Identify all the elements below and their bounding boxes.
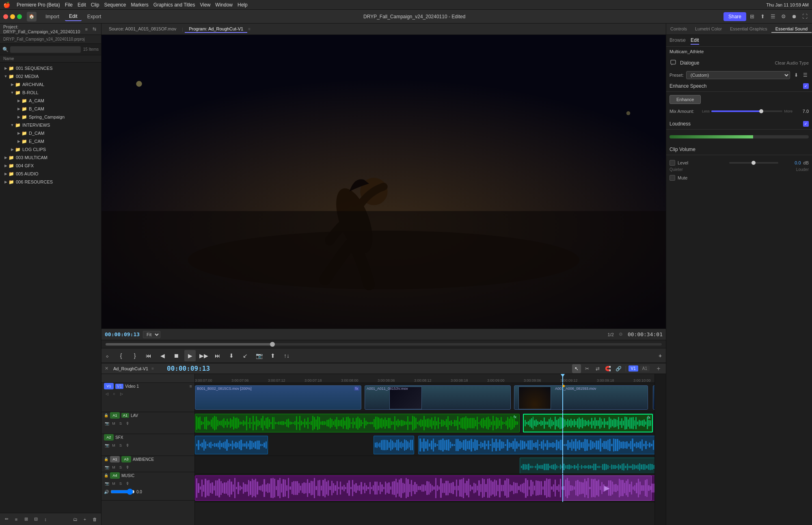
a4-mic-icon[interactable]: 🎙 bbox=[125, 481, 130, 486]
razor-tool[interactable]: ✂ bbox=[583, 364, 592, 373]
a4-s-btn[interactable]: S bbox=[118, 481, 123, 486]
fullscreen-button[interactable] bbox=[17, 14, 22, 19]
preset-select[interactable]: (Custom) bbox=[686, 71, 790, 79]
cv-mute-checkbox[interactable] bbox=[669, 175, 675, 181]
timeline-timecode[interactable]: 00:00:09:13 bbox=[167, 365, 210, 372]
menu-app[interactable]: Premiere Pro (Beta) bbox=[17, 2, 60, 8]
mix-amount-slider[interactable] bbox=[711, 110, 782, 112]
a3-cam-icon[interactable]: 📷 bbox=[104, 465, 110, 470]
a4-m-btn[interactable]: M bbox=[111, 481, 117, 486]
panel-menu-icon[interactable]: ≡ bbox=[84, 26, 89, 32]
a1-s-btn[interactable]: S bbox=[118, 421, 123, 426]
program-monitor-tab[interactable]: Program: Ad_RoughCut-V1 bbox=[185, 26, 247, 33]
playback-settings-icon[interactable]: ⚙ bbox=[619, 332, 623, 337]
list-view-icon[interactable]: ≡ bbox=[12, 515, 20, 523]
a4-volume-slider[interactable] bbox=[110, 488, 135, 495]
link-tool[interactable]: 🔗 bbox=[614, 364, 623, 373]
new-bin-icon[interactable]: 🗂 bbox=[71, 515, 79, 523]
a3-m-btn[interactable]: M bbox=[111, 465, 117, 470]
seq-menu-icon[interactable]: ≡ bbox=[151, 366, 154, 371]
fit-select[interactable]: Fit bbox=[143, 331, 160, 338]
delete-preset-icon[interactable]: ☰ bbox=[801, 71, 809, 79]
list-item[interactable]: ▶ 📁 D_CAM bbox=[0, 129, 101, 137]
scrub-thumb[interactable] bbox=[270, 342, 275, 347]
lift-button[interactable]: ⬆ bbox=[267, 350, 279, 361]
tab-eg[interactable]: Essential Graphics bbox=[726, 26, 771, 33]
list-item[interactable]: ▼ 📁 INTERVIEWS bbox=[0, 121, 101, 129]
enhance-speech-checkbox[interactable]: ✓ bbox=[803, 83, 809, 89]
tab-es[interactable]: Essential Sound bbox=[771, 26, 812, 33]
menu-help[interactable]: Help bbox=[238, 2, 248, 8]
list-item[interactable]: ▶ 📁 Spring_Campaign bbox=[0, 113, 101, 121]
a2-clip-2[interactable]: const barsB = []; for(let i=0;i<25;i++) … bbox=[374, 436, 414, 454]
list-item[interactable]: ▶ 📁 A_CAM bbox=[0, 97, 101, 105]
a4-cam-icon[interactable]: 📷 bbox=[104, 481, 110, 486]
sort-icon[interactable]: ↕ bbox=[41, 515, 50, 523]
list-item[interactable]: ▶ 📁 ARCHIVAL bbox=[0, 80, 101, 89]
menu-window[interactable]: Window bbox=[215, 2, 233, 8]
menu-graphics[interactable]: Graphics and Titles bbox=[153, 2, 195, 8]
list-item[interactable]: ▶ 📁 LOG CLIPS bbox=[0, 145, 101, 153]
source-monitor-tab[interactable]: Source: A001_A015_0815OF.mov bbox=[105, 26, 180, 33]
a4-lock-icon[interactable]: 🔒 bbox=[104, 473, 108, 477]
paint-icon[interactable]: ✏ bbox=[2, 515, 11, 523]
minimize-button[interactable] bbox=[10, 14, 15, 19]
panel-pin-icon[interactable]: ⇆ bbox=[91, 26, 98, 32]
go-to-out-button[interactable]: ⏭ bbox=[212, 350, 223, 361]
list-item[interactable]: ▶ 📁 E_CAM bbox=[0, 137, 101, 145]
track-type-video[interactable]: V1 bbox=[628, 365, 638, 372]
share-icon[interactable]: ⬆ bbox=[758, 13, 767, 21]
stop-button[interactable]: ⏹ bbox=[171, 350, 182, 361]
cv-level-checkbox[interactable] bbox=[669, 160, 675, 166]
clip-a006[interactable]: A001_A006_081593.mov bbox=[514, 385, 648, 410]
list-item[interactable]: ▶ 📁 B_CAM bbox=[0, 105, 101, 113]
expand-icon[interactable]: ⛶ bbox=[801, 13, 809, 21]
list-item[interactable]: ▶ 📁 005 AUDIO bbox=[0, 170, 101, 178]
a2-clip-1[interactable]: const barsA = []; for(let i=0;i<40;i++) … bbox=[195, 436, 268, 454]
clip-b001[interactable]: B001_B002_0815CS.mov [200%] fx bbox=[195, 385, 361, 410]
home-button[interactable]: 🏠 bbox=[27, 12, 37, 22]
record-icon[interactable]: ⏺ bbox=[790, 13, 798, 21]
a2-mic-icon[interactable]: 🎙 bbox=[125, 443, 130, 448]
cv-level-slider[interactable] bbox=[729, 162, 778, 164]
list-item[interactable]: ▼ 📁 B-ROLL bbox=[0, 89, 101, 97]
search-input[interactable] bbox=[10, 46, 81, 53]
ripple-tool[interactable]: ⇄ bbox=[593, 364, 602, 373]
apple-menu[interactable]: 🍎 bbox=[3, 2, 10, 8]
v1-sync-btn[interactable]: ▷ bbox=[119, 391, 124, 397]
v1-lock-btn[interactable]: ○ bbox=[111, 391, 117, 397]
edit-button[interactable]: Edit bbox=[65, 12, 82, 21]
clear-audio-type-button[interactable]: Clear Audio Type bbox=[775, 60, 809, 65]
selection-tool[interactable]: ↖ bbox=[572, 364, 581, 373]
es-browse-tab[interactable]: Browse bbox=[669, 37, 686, 45]
extract-button[interactable]: ↑↓ bbox=[281, 350, 292, 361]
list-item[interactable]: ▶ 📁 004 GFX bbox=[0, 162, 101, 170]
in-point-button[interactable]: { bbox=[115, 350, 127, 361]
lock-icon[interactable]: 🔒 bbox=[104, 413, 108, 417]
import-button[interactable]: Import bbox=[41, 13, 63, 21]
a2-cam-icon[interactable]: 📷 bbox=[104, 443, 110, 448]
a2-clip-3[interactable]: const barsC = []; for(let i=0;i<200;i++)… bbox=[418, 436, 654, 454]
list-item[interactable]: ▶ 📁 003 MULTICAM bbox=[0, 153, 101, 162]
a4-selected-region[interactable]: ▶ bbox=[562, 475, 652, 501]
a2-m-btn[interactable]: M bbox=[111, 443, 117, 448]
overwrite-button[interactable]: ⬇ bbox=[226, 350, 237, 361]
list-item[interactable]: ▼ 📁 002 MEDIA bbox=[0, 72, 101, 80]
track-type-audio[interactable]: A1 bbox=[640, 365, 650, 372]
out-point-button[interactable]: } bbox=[129, 350, 140, 361]
close-seq-icon[interactable]: ✕ bbox=[105, 366, 108, 371]
menu-sequence[interactable]: Sequence bbox=[104, 2, 126, 8]
menu-view[interactable]: View bbox=[200, 2, 211, 8]
v1-menu-icon[interactable]: ≡ bbox=[190, 384, 192, 389]
layout-icon[interactable]: ⊞ bbox=[748, 13, 756, 21]
close-button[interactable] bbox=[3, 14, 8, 19]
insert-button[interactable]: ↙ bbox=[240, 350, 251, 361]
save-preset-icon[interactable]: ⬇ bbox=[793, 71, 800, 79]
step-back-button[interactable]: ◀ bbox=[157, 350, 168, 361]
a1-clip-1[interactable]: // Generate waveform bars dynamically co… bbox=[195, 414, 520, 432]
loudness-checkbox[interactable]: ✓ bbox=[803, 121, 809, 127]
a1-clip-2[interactable]: const bars2 = []; for(let i=0;i<80;i++) … bbox=[523, 414, 653, 432]
camera-button[interactable]: 📷 bbox=[253, 350, 265, 361]
a3-s-btn[interactable]: S bbox=[118, 465, 123, 470]
scrub-bar[interactable] bbox=[102, 340, 666, 348]
